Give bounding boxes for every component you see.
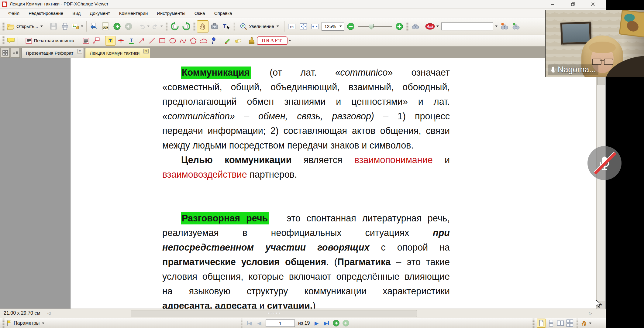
ocr-button[interactable]: OCR: [100, 21, 111, 32]
toolbar-grip[interactable]: [532, 319, 535, 328]
snapshot-button[interactable]: [209, 21, 220, 32]
toolbar-grip[interactable]: [233, 22, 235, 31]
page-number-input[interactable]: [266, 319, 295, 327]
zoom-slider-thumb[interactable]: [369, 24, 374, 30]
fit-width-button[interactable]: [309, 21, 320, 32]
zoom-level-combo[interactable]: 125%: [322, 22, 344, 31]
eraser-tool-button[interactable]: [233, 36, 243, 45]
toolbar-grip[interactable]: [166, 22, 168, 31]
find-button[interactable]: [410, 21, 421, 32]
search-web-button[interactable]: [499, 21, 510, 32]
microphone-muted-indicator[interactable]: [587, 146, 622, 180]
go-forward-button[interactable]: [123, 21, 134, 32]
rotate-right-button[interactable]: [181, 21, 192, 32]
last-page-button[interactable]: ▶: [322, 319, 331, 327]
menu-item-6[interactable]: Окна: [190, 9, 210, 17]
search-input[interactable]: [441, 22, 493, 30]
toolbar-grip[interactable]: [2, 36, 5, 45]
facing-layout-button[interactable]: [556, 319, 565, 327]
stamp-dropdown-icon[interactable]: [289, 40, 291, 41]
scroll-left-arrow[interactable]: ◁: [46, 310, 52, 317]
rectangle-tool-button[interactable]: [157, 36, 167, 45]
tab-close-icon[interactable]: x: [143, 49, 149, 53]
vertical-scrollbar[interactable]: ▲ ▼: [596, 58, 605, 309]
actual-size-button[interactable]: 1:1: [286, 21, 297, 32]
redo-button[interactable]: [151, 21, 164, 32]
pencil-tool-button[interactable]: [223, 36, 232, 45]
tab-lekciya-kommun-taktiki[interactable]: Лекция Коммун тактики x: [85, 48, 150, 58]
typewriter-button[interactable]: Печатная машинка: [20, 36, 81, 45]
attach-file-button[interactable]: [209, 36, 219, 45]
tile-windows-icon[interactable]: [1, 48, 10, 58]
toolbar-grip[interactable]: [241, 319, 243, 328]
search-document-button[interactable]: [511, 21, 522, 32]
webcam-overlay[interactable]: Nagorna...: [546, 10, 644, 77]
minimize-button[interactable]: [546, 0, 559, 8]
document-view[interactable]: Коммуникация (от лат. «communico» означа…: [0, 58, 606, 309]
toolbar-grip[interactable]: [193, 22, 195, 31]
search-dropdown-icon[interactable]: [495, 26, 498, 27]
single-page-layout-button[interactable]: [537, 319, 546, 328]
continuous-layout-button[interactable]: [547, 319, 555, 327]
print-button[interactable]: [60, 21, 71, 32]
pan-mode-button[interactable]: [580, 319, 593, 327]
separator: [221, 37, 221, 45]
tab-list-icon[interactable]: [11, 48, 20, 58]
toolbar-grip[interactable]: [406, 22, 408, 31]
open-button[interactable]: Открыть...: [6, 21, 44, 32]
draft-stamp-preview[interactable]: DRAFT: [257, 36, 288, 45]
zoom-tool-button[interactable]: Увеличение: [237, 21, 282, 32]
close-button[interactable]: [587, 0, 599, 8]
tab-close-icon[interactable]: x: [77, 49, 82, 53]
oval-tool-button[interactable]: [168, 36, 177, 45]
next-page-button[interactable]: ▶: [312, 319, 321, 327]
menu-item-1[interactable]: Редактирование: [24, 9, 68, 17]
menu-item-3[interactable]: Документ: [85, 9, 115, 17]
hand-tool-button[interactable]: [197, 20, 208, 32]
polyline-tool-button[interactable]: [178, 36, 188, 45]
menu-item-7[interactable]: Справка: [210, 9, 237, 17]
underline-text-button[interactable]: T: [126, 36, 136, 45]
previous-page-button[interactable]: ◀: [255, 319, 263, 327]
fit-page-button[interactable]: [298, 21, 309, 32]
ask-search-provider-button[interactable]: Ask: [425, 21, 440, 32]
first-page-button[interactable]: ◀: [245, 319, 254, 327]
stamp-tool-button[interactable]: [247, 36, 257, 45]
menu-item-5[interactable]: Инструменты: [152, 9, 190, 17]
horizontal-scroll-thumb[interactable]: [131, 310, 417, 317]
toolbar-grip[interactable]: [2, 22, 5, 31]
menu-item-0[interactable]: Файл: [4, 9, 24, 17]
strikeout-text-button[interactable]: T: [116, 36, 126, 45]
restore-button[interactable]: [567, 0, 579, 8]
text-box-button[interactable]: [81, 36, 91, 45]
undo-button[interactable]: [138, 21, 151, 32]
save-button[interactable]: [48, 21, 59, 32]
highlight-text-button[interactable]: T: [105, 36, 115, 46]
comment-toolbar: Печатная машинка T T T DRAFT: [0, 35, 606, 46]
toolbar-grip[interactable]: [576, 319, 578, 328]
send-button[interactable]: [88, 21, 99, 32]
binoculars-orange-icon: [500, 22, 509, 31]
scroll-right-arrow[interactable]: ▷: [587, 310, 594, 317]
zoom-out-button[interactable]: [345, 21, 356, 32]
cloud-tool-button[interactable]: [199, 36, 208, 45]
options-button[interactable]: Параметры: [6, 319, 46, 327]
menu-item-4[interactable]: Комментарии: [115, 9, 152, 17]
export-image-button[interactable]: [71, 21, 84, 32]
continuous-facing-layout-button[interactable]: [566, 319, 574, 327]
zoom-slider[interactable]: [358, 22, 392, 30]
menu-item-2[interactable]: Вид: [68, 9, 85, 17]
polygon-tool-button[interactable]: [188, 36, 198, 45]
go-back-button[interactable]: [112, 21, 122, 32]
view-back-button[interactable]: [332, 319, 340, 327]
line-tool-button[interactable]: [147, 36, 157, 45]
rotate-left-button[interactable]: [169, 21, 180, 32]
toolbar-grip[interactable]: [2, 319, 5, 328]
tab-prezentaciya-referat[interactable]: Презентация Реферат x: [21, 48, 84, 58]
view-forward-button[interactable]: [342, 319, 350, 327]
zoom-in-button[interactable]: [394, 21, 405, 32]
sticky-note-button[interactable]: [6, 36, 16, 45]
select-text-button[interactable]: T: [221, 21, 232, 32]
callout-button[interactable]: [91, 36, 101, 45]
arrow-tool-button[interactable]: [137, 36, 146, 45]
